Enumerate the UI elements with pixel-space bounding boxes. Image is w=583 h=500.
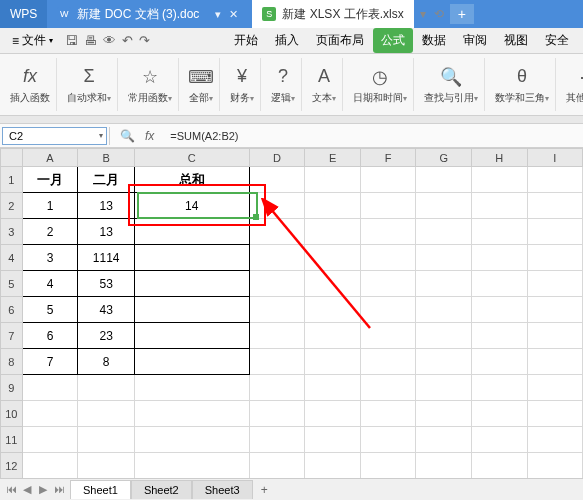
cell[interactable]: [305, 349, 361, 375]
cell[interactable]: [360, 297, 416, 323]
cell[interactable]: [305, 427, 361, 453]
row-header[interactable]: 4: [1, 245, 23, 271]
cell[interactable]: [471, 349, 527, 375]
cell[interactable]: [360, 219, 416, 245]
first-sheet-icon[interactable]: ⏮: [4, 483, 18, 496]
next-sheet-icon[interactable]: ▶: [36, 483, 50, 496]
col-header[interactable]: E: [305, 149, 361, 167]
cell[interactable]: [305, 219, 361, 245]
cell[interactable]: [416, 375, 472, 401]
fx-icon[interactable]: fx: [145, 129, 154, 143]
cell[interactable]: [471, 219, 527, 245]
cell[interactable]: [305, 297, 361, 323]
col-header[interactable]: D: [249, 149, 305, 167]
col-header[interactable]: C: [134, 149, 249, 167]
cell[interactable]: 5: [22, 297, 78, 323]
cell[interactable]: [527, 349, 582, 375]
namebox-dropdown-icon[interactable]: ▾: [99, 131, 103, 140]
tab-review[interactable]: 审阅: [455, 28, 495, 53]
lookup-button[interactable]: 🔍 查找与引用▾: [418, 58, 485, 111]
tab-security[interactable]: 安全: [537, 28, 577, 53]
cell[interactable]: [527, 167, 582, 193]
cell[interactable]: [527, 193, 582, 219]
prev-sheet-icon[interactable]: ◀: [20, 483, 34, 496]
cell[interactable]: [249, 453, 305, 479]
cell[interactable]: 53: [78, 271, 135, 297]
col-header[interactable]: A: [22, 149, 78, 167]
all-functions-button[interactable]: ⌨ 全部▾: [183, 58, 220, 111]
cell[interactable]: [249, 219, 305, 245]
app-menu[interactable]: WPS: [0, 0, 47, 28]
cell[interactable]: [249, 245, 305, 271]
cell[interactable]: [134, 349, 249, 375]
cell[interactable]: [78, 401, 135, 427]
col-header[interactable]: F: [360, 149, 416, 167]
cell-selected[interactable]: 14: [134, 193, 249, 219]
cell[interactable]: [134, 271, 249, 297]
cell[interactable]: [360, 375, 416, 401]
col-header[interactable]: I: [527, 149, 582, 167]
logical-button[interactable]: ? 逻辑▾: [265, 58, 302, 111]
cell[interactable]: [305, 193, 361, 219]
cell[interactable]: [527, 323, 582, 349]
cell[interactable]: [471, 297, 527, 323]
cell[interactable]: [416, 349, 472, 375]
cell[interactable]: [249, 401, 305, 427]
cell[interactable]: [22, 427, 78, 453]
cell[interactable]: [305, 271, 361, 297]
tab-insert[interactable]: 插入: [267, 28, 307, 53]
row-header[interactable]: 5: [1, 271, 23, 297]
insert-function-button[interactable]: fx 插入函数: [4, 58, 57, 111]
cell[interactable]: [249, 375, 305, 401]
recent-functions-button[interactable]: ☆ 常用函数▾: [122, 58, 179, 111]
cell[interactable]: [22, 401, 78, 427]
cell[interactable]: [416, 167, 472, 193]
document-tab-doc[interactable]: W 新建 DOC 文档 (3).doc: [47, 0, 209, 28]
cell[interactable]: [416, 401, 472, 427]
math-button[interactable]: θ 数学和三角▾: [489, 58, 556, 111]
cell[interactable]: [527, 271, 582, 297]
cell[interactable]: [360, 323, 416, 349]
cell[interactable]: [78, 453, 135, 479]
cell[interactable]: [527, 245, 582, 271]
row-header[interactable]: 6: [1, 297, 23, 323]
cell[interactable]: [527, 427, 582, 453]
cell[interactable]: 2: [22, 219, 78, 245]
cell[interactable]: [471, 271, 527, 297]
tab-pagelayout[interactable]: 页面布局: [308, 28, 372, 53]
cell[interactable]: [305, 245, 361, 271]
cell[interactable]: 3: [22, 245, 78, 271]
cell[interactable]: [249, 323, 305, 349]
row-header[interactable]: 8: [1, 349, 23, 375]
preview-icon[interactable]: 👁: [103, 33, 116, 48]
financial-button[interactable]: ¥ 财务▾: [224, 58, 261, 111]
cell[interactable]: [527, 219, 582, 245]
spreadsheet-grid[interactable]: A B C D E F G H I 1 一月 二月 总和 2 1 13 14 3…: [0, 148, 583, 488]
cell[interactable]: [305, 453, 361, 479]
new-tab-button[interactable]: +: [450, 4, 474, 24]
cell[interactable]: [134, 375, 249, 401]
cell[interactable]: [360, 427, 416, 453]
document-tab-xlsx[interactable]: S 新建 XLSX 工作表.xlsx: [252, 0, 413, 28]
cell[interactable]: [471, 375, 527, 401]
save-icon[interactable]: 🖫: [65, 33, 78, 48]
redo-icon[interactable]: ↷: [139, 33, 150, 48]
row-header[interactable]: 11: [1, 427, 23, 453]
row-header[interactable]: 10: [1, 401, 23, 427]
cell[interactable]: [134, 401, 249, 427]
cell[interactable]: [249, 427, 305, 453]
add-sheet-button[interactable]: +: [253, 483, 276, 497]
cell[interactable]: [416, 323, 472, 349]
tab-dropdown-icon[interactable]: ▾: [420, 7, 426, 21]
cell[interactable]: [249, 297, 305, 323]
cell[interactable]: [471, 401, 527, 427]
cell[interactable]: [471, 245, 527, 271]
tab-formula[interactable]: 公式: [373, 28, 413, 53]
cell[interactable]: [249, 167, 305, 193]
cell[interactable]: [527, 453, 582, 479]
cell[interactable]: [134, 219, 249, 245]
row-header[interactable]: 12: [1, 453, 23, 479]
tab-dropdown-icon[interactable]: ▾: [215, 8, 221, 21]
text-button[interactable]: A 文本▾: [306, 58, 343, 111]
cell[interactable]: 8: [78, 349, 135, 375]
